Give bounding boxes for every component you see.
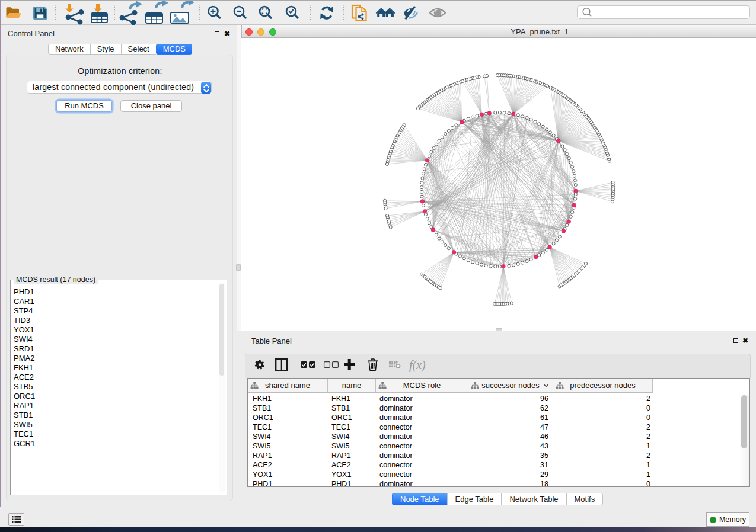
svg-text:f(x): f(x) [409, 358, 426, 372]
